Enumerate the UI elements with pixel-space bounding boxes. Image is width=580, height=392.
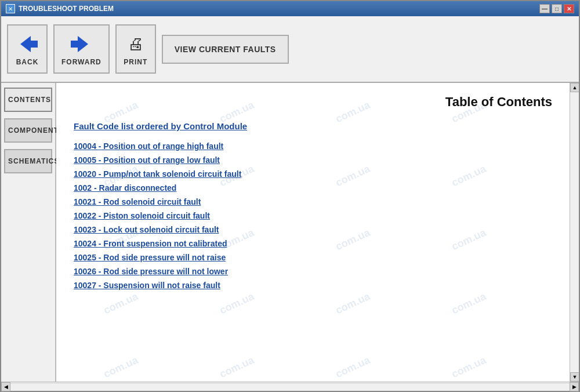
- watermark-15: com.ua: [334, 291, 372, 317]
- watermark-14: com.ua: [218, 291, 256, 317]
- sidebar: CONTENTS COMPONENTS SCHEMATICS: [1, 83, 56, 382]
- print-label: PRINT: [124, 58, 147, 66]
- content-inner: Table of Contents Fault Code list ordere…: [74, 95, 552, 290]
- watermark-20: com.ua: [450, 354, 488, 381]
- sidebar-item-contents[interactable]: CONTENTS: [4, 88, 52, 112]
- content-link-5[interactable]: 10022 - Piston solenoid circuit fault: [74, 211, 552, 220]
- sidebar-item-schematics[interactable]: SCHEMATICS: [4, 149, 52, 173]
- content-link-1[interactable]: 10005 - Position out of range low fault: [74, 155, 552, 165]
- main-area: CONTENTS COMPONENTS SCHEMATICS com.ua co…: [1, 83, 579, 382]
- title-bar-left: ✕ TROUBLESHOOT PROBLEM: [6, 4, 114, 13]
- right-scrollbar: ▲ ▼: [570, 83, 579, 382]
- page-title: Table of Contents: [74, 95, 552, 110]
- watermark-19: com.ua: [334, 354, 372, 381]
- forward-button[interactable]: FORWARD: [53, 24, 110, 74]
- minimize-button[interactable]: —: [539, 4, 550, 13]
- content-link-8[interactable]: 10025 - Rod side pressure will not raise: [74, 253, 552, 262]
- print-button[interactable]: 🖨 PRINT: [115, 24, 156, 74]
- watermark-16: com.ua: [450, 291, 488, 317]
- scroll-down-button[interactable]: ▼: [570, 372, 579, 382]
- sidebar-contents-label: CONTENTS: [8, 96, 51, 104]
- back-button[interactable]: BACK: [7, 24, 48, 74]
- toolbar: BACK FORWARD 🖨 PRINT VIEW CURRENT FAULTS: [1, 16, 579, 83]
- content-link-9[interactable]: 10026 - Rod side pressure will not lower: [74, 267, 552, 276]
- sidebar-item-components[interactable]: COMPONENTS: [4, 118, 52, 143]
- content-link-7[interactable]: 10024 - Front suspension not calibrated: [74, 239, 552, 248]
- content-link-4[interactable]: 10021 - Rod solenoid circuit fault: [74, 197, 552, 206]
- close-button[interactable]: ✕: [564, 4, 574, 13]
- bottom-scrollbar: ◀ ▶: [1, 382, 579, 391]
- window-controls: — □ ✕: [539, 4, 574, 13]
- print-icon: 🖨: [124, 32, 147, 56]
- content-link-0[interactable]: 10004 - Position out of range high fault: [74, 141, 552, 151]
- forward-arrow: [70, 36, 93, 52]
- app-icon: ✕: [6, 4, 15, 13]
- watermark-17: com.ua: [102, 354, 140, 381]
- view-faults-label: VIEW CURRENT FAULTS: [175, 45, 276, 54]
- sidebar-schematics-label: SCHEMATICS: [8, 157, 59, 165]
- content-link-2[interactable]: 10020 - Pump/not tank solenoid circuit f…: [74, 169, 552, 179]
- content-link-10[interactable]: 10027 - Suspension will not raise fault: [74, 281, 552, 290]
- printer-glyph: 🖨: [128, 34, 144, 53]
- watermark-13: com.ua: [102, 291, 140, 317]
- scroll-up-button[interactable]: ▲: [570, 83, 579, 92]
- back-icon: [16, 32, 39, 56]
- links-list: 10004 - Position out of range high fault…: [74, 141, 552, 290]
- forward-icon: [70, 32, 93, 56]
- scroll-track[interactable]: [570, 92, 579, 372]
- section-header-link[interactable]: Fault Code list ordered by Control Modul…: [74, 121, 552, 131]
- scroll-left-button[interactable]: ◀: [1, 382, 10, 391]
- content-link-3[interactable]: 1002 - Radar disconnected: [74, 183, 552, 193]
- sidebar-components-label: COMPONENTS: [8, 126, 64, 135]
- forward-label: FORWARD: [61, 58, 102, 66]
- scroll-right-button[interactable]: ▶: [570, 382, 579, 391]
- maximize-button[interactable]: □: [552, 4, 562, 13]
- horizontal-scroll-track[interactable]: [10, 383, 570, 391]
- watermark-18: com.ua: [218, 354, 256, 381]
- back-label: BACK: [16, 58, 39, 66]
- content-link-6[interactable]: 10023 - Lock out solenoid circuit fault: [74, 225, 552, 234]
- back-arrow: [16, 36, 39, 52]
- title-bar: ✕ TROUBLESHOOT PROBLEM — □ ✕: [1, 1, 579, 16]
- window-title: TROUBLESHOOT PROBLEM: [19, 5, 114, 13]
- content-area[interactable]: com.ua com.ua com.ua com.ua com.ua com.u…: [56, 83, 570, 382]
- view-faults-button[interactable]: VIEW CURRENT FAULTS: [162, 35, 289, 64]
- main-window: ✕ TROUBLESHOOT PROBLEM — □ ✕ BACK FORWAR…: [0, 0, 580, 392]
